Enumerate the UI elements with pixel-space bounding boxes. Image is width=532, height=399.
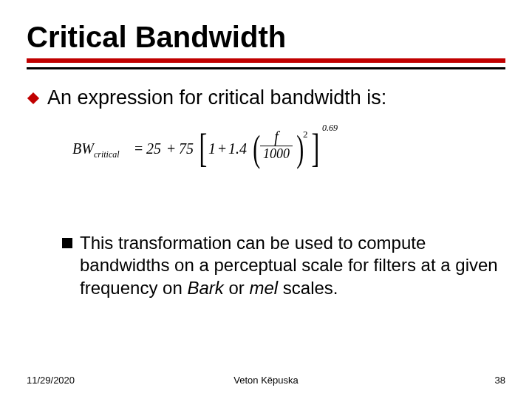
formula-rbracket: ] bbox=[312, 126, 320, 171]
formula-square: 2 bbox=[303, 129, 308, 140]
formula-plus1: + bbox=[167, 140, 175, 157]
footer-page: 38 bbox=[495, 375, 505, 386]
formula-coef: 1.4 bbox=[228, 140, 247, 157]
formula: BWcritical = 25 + 75 [ 1 + 1.4 ( f 1000 … bbox=[72, 123, 505, 173]
bullet-level1: An expression for critical bandwidth is: bbox=[27, 86, 505, 111]
sub-text-mid: or bbox=[224, 278, 250, 298]
formula-plus2: + bbox=[218, 140, 226, 157]
formula-eq: = bbox=[134, 140, 143, 157]
footer: 11/29/2020 Veton Këpuska 38 bbox=[27, 375, 505, 386]
title-rule-red bbox=[27, 58, 505, 63]
formula-lhs: BWcritical bbox=[72, 140, 120, 160]
slide: Critical Bandwidth An expression for cri… bbox=[0, 0, 532, 399]
formula-subscript: critical bbox=[94, 149, 120, 160]
slide-title: Critical Bandwidth bbox=[27, 21, 505, 54]
diamond-bullet-icon bbox=[27, 92, 40, 105]
formula-one: 1 bbox=[208, 140, 216, 157]
formula-container: BWcritical = 25 + 75 [ 1 + 1.4 ( f 1000 … bbox=[27, 123, 505, 173]
formula-const1: 25 bbox=[146, 140, 161, 157]
bullet-level2-text: This transformation can be used to compu… bbox=[80, 232, 505, 300]
formula-lparen: ( bbox=[253, 127, 260, 170]
formula-var: BW bbox=[72, 140, 94, 157]
formula-lbracket: [ bbox=[200, 126, 208, 171]
square-bullet-icon bbox=[62, 238, 72, 248]
title-rule-black bbox=[27, 67, 505, 69]
formula-fraction: f 1000 bbox=[260, 129, 293, 162]
footer-author: Veton Këpuska bbox=[233, 375, 298, 386]
formula-denominator: 1000 bbox=[260, 146, 293, 162]
sub-text-post: scales. bbox=[278, 278, 338, 298]
formula-const2: 75 bbox=[179, 140, 194, 157]
footer-date: 11/29/2020 bbox=[27, 375, 75, 386]
svg-marker-0 bbox=[27, 92, 39, 104]
sub-text-em2: mel bbox=[249, 278, 278, 298]
bullet-level2: This transformation can be used to compu… bbox=[27, 232, 505, 300]
formula-numerator: f bbox=[260, 129, 293, 146]
sub-text-em1: Bark bbox=[187, 278, 223, 298]
formula-exponent: 0.69 bbox=[322, 123, 338, 134]
bullet-level1-text: An expression for critical bandwidth is: bbox=[47, 86, 386, 111]
